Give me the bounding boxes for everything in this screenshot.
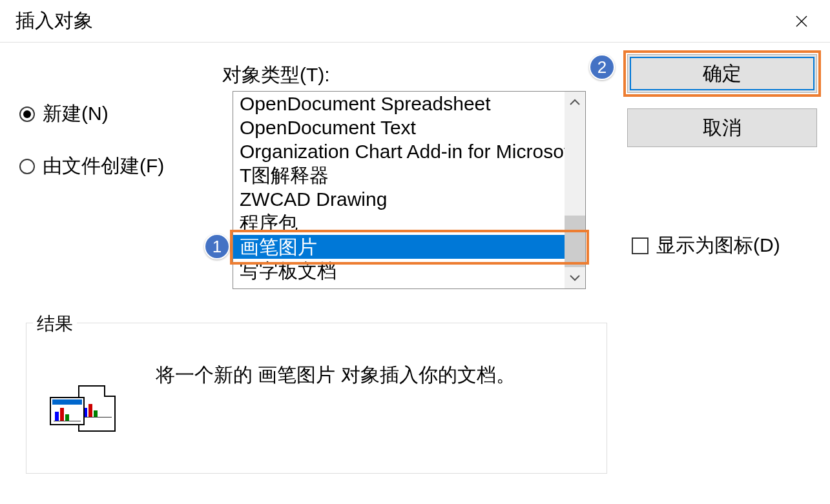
chevron-down-icon bbox=[570, 275, 580, 281]
radio-from-file-label: 由文件创建(F) bbox=[43, 153, 164, 179]
create-mode-radio-group: 新建(N) 由文件创建(F) bbox=[19, 101, 164, 205]
cancel-button[interactable]: 取消 bbox=[627, 108, 817, 147]
display-as-icon-label: 显示为图标(D) bbox=[656, 232, 780, 259]
result-group: 结果 将一个新的 画笔图片 对象插入你的文档。 bbox=[26, 323, 607, 474]
radio-new-label: 新建(N) bbox=[43, 101, 109, 127]
scroll-thumb[interactable] bbox=[565, 216, 585, 267]
scroll-down-button[interactable] bbox=[565, 268, 585, 288]
list-item[interactable]: 程序包 bbox=[233, 211, 565, 235]
radio-indicator-icon bbox=[19, 159, 35, 174]
dialog-buttons: 确定 取消 bbox=[627, 54, 817, 163]
list-item-selected[interactable]: 画笔图片 bbox=[233, 235, 565, 259]
result-description: 将一个新的 画笔图片 对象插入你的文档。 bbox=[156, 362, 515, 388]
list-item[interactable]: T图解释器 bbox=[233, 163, 565, 187]
checkbox-box-icon bbox=[632, 237, 648, 254]
object-embed-icon bbox=[50, 385, 119, 442]
chevron-up-icon bbox=[570, 99, 580, 105]
close-button[interactable] bbox=[789, 8, 814, 34]
list-item[interactable]: OpenDocument Text bbox=[233, 116, 565, 139]
result-legend: 结果 bbox=[33, 312, 77, 336]
radio-from-file[interactable]: 由文件创建(F) bbox=[19, 153, 164, 179]
display-as-icon-checkbox[interactable]: 显示为图标(D) bbox=[632, 232, 780, 259]
close-icon bbox=[795, 15, 808, 28]
radio-new[interactable]: 新建(N) bbox=[19, 101, 164, 127]
scroll-up-button[interactable] bbox=[565, 92, 585, 112]
object-type-label: 对象类型(T): bbox=[222, 62, 330, 88]
list-item[interactable]: Organization Chart Add-in for Microsof bbox=[233, 139, 565, 163]
title-bar: 插入对象 bbox=[0, 0, 830, 43]
annotation-badge-2: 2 bbox=[589, 54, 615, 80]
object-type-listbox[interactable]: OpenDocument Spreadsheet OpenDocument Te… bbox=[233, 91, 586, 289]
list-item[interactable]: ZWCAD Drawing bbox=[233, 187, 565, 211]
listbox-scrollbar[interactable] bbox=[565, 92, 585, 288]
list-item[interactable]: OpenDocument Spreadsheet bbox=[233, 92, 565, 116]
dialog-title: 插入对象 bbox=[16, 8, 93, 34]
ok-button[interactable]: 确定 bbox=[627, 54, 817, 93]
dialog-content: 新建(N) 由文件创建(F) 对象类型(T): OpenDocument Spr… bbox=[0, 43, 830, 504]
list-item[interactable]: 写字板文档 bbox=[233, 259, 565, 283]
listbox-items: OpenDocument Spreadsheet OpenDocument Te… bbox=[233, 92, 565, 288]
radio-indicator-icon bbox=[19, 106, 35, 122]
annotation-badge-1: 1 bbox=[204, 234, 230, 259]
